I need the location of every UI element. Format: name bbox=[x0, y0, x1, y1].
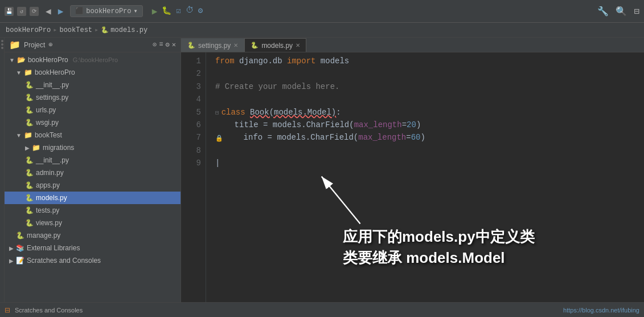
tree-item-views[interactable]: 🐍 views.py bbox=[5, 217, 181, 229]
collapse-all-icon[interactable]: ≡ bbox=[159, 40, 163, 49]
breadcrumb: bookHeroPro ▸ bookTest ▸ 🐍 models.py bbox=[0, 23, 644, 38]
scratches-bottom-label[interactable]: Scratches and Consoles bbox=[15, 307, 83, 314]
tree-item-bookheropro-folder[interactable]: ▼ 📁 bookHeroPro bbox=[5, 66, 181, 79]
sync-icon[interactable]: ⟳ bbox=[30, 7, 39, 16]
tree-label-manage: manage.py bbox=[27, 231, 60, 239]
project-selector[interactable]: ⬛ bookHeroPro ▾ bbox=[70, 5, 142, 17]
tree-item-init2[interactable]: 🐍 __init__.py bbox=[5, 154, 181, 166]
code-content[interactable]: from django.db import models # Create yo… bbox=[206, 52, 644, 302]
tree-item-urls[interactable]: 🐍 urls.py bbox=[5, 104, 181, 116]
py-file-icon: 🐍 bbox=[101, 26, 109, 34]
tree-label-urls: urls.py bbox=[36, 106, 56, 114]
tree-item-tests[interactable]: 🐍 tests.py bbox=[5, 204, 181, 217]
sidebar-gutter bbox=[0, 38, 5, 302]
tree-label-scratches: Scratches and Consoles bbox=[27, 257, 101, 265]
tree-item-settings[interactable]: 🐍 settings.py bbox=[5, 91, 181, 104]
close-sidebar-icon[interactable]: ✕ bbox=[172, 40, 176, 49]
tab-settings[interactable]: 🐍 settings.py ✕ bbox=[181, 38, 244, 52]
editor-area: 🐍 settings.py ✕ 🐍 models.py ✕ 1 2 3 4 5 … bbox=[181, 38, 644, 302]
tree-item-root[interactable]: ▼ 📂 bookHeroPro G:\bookHeroPro bbox=[5, 54, 181, 66]
sidebar-title: Project bbox=[24, 41, 45, 49]
gutter-dot bbox=[1, 47, 3, 49]
py-file-icon: 🐍 bbox=[25, 219, 34, 227]
sidebar: 📁 Project ⊕ ⊙ ≡ ⚙ ✕ ▼ 📂 bookHeroPro G:\b… bbox=[5, 38, 181, 302]
tab-settings-label: settings.py bbox=[198, 42, 231, 50]
py-file-icon: 🐍 bbox=[25, 194, 34, 202]
add-content-icon: ⊕ bbox=[48, 40, 52, 49]
annotation-line2: 类要继承 models.Model bbox=[343, 247, 535, 268]
run-controls: ▶ 🐛 ☑ ⏱ ⚙ bbox=[152, 6, 203, 17]
chevron-down-icon: ▾ bbox=[134, 7, 138, 15]
tree-label-admin: admin.py bbox=[36, 169, 64, 177]
py-file-icon: 🐍 bbox=[251, 42, 259, 49]
chevron-down-icon: ▼ bbox=[16, 132, 22, 139]
scroll-from-source-icon[interactable]: ⊙ bbox=[153, 40, 157, 49]
layout-icon[interactable]: ⊟ bbox=[634, 6, 639, 17]
line-num-4: 4 bbox=[181, 93, 201, 105]
tab-models[interactable]: 🐍 models.py ✕ bbox=[244, 38, 306, 52]
tree-label-external: External Libraries bbox=[27, 244, 80, 252]
code-line-3: # Create your models here. bbox=[215, 80, 644, 93]
tree-item-wsgi[interactable]: 🐍 wsgi.py bbox=[5, 116, 181, 129]
tree-item-scratches[interactable]: ▶ 📝 Scratches and Consoles bbox=[5, 254, 181, 267]
py-file-icon: 🐍 bbox=[25, 81, 34, 89]
annotation-text: 应用下的models.py中定义类 类要继承 models.Model bbox=[343, 226, 535, 268]
tab-close-models[interactable]: ✕ bbox=[296, 42, 300, 48]
code-line-7: 🔒 info = models.CharField(max_length=60) bbox=[215, 131, 644, 144]
run-button[interactable]: ▶ bbox=[152, 6, 158, 17]
library-icon: 📚 bbox=[16, 244, 24, 252]
tree-item-manage[interactable]: 🐍 manage.py bbox=[5, 229, 181, 242]
nav-back-button[interactable]: ◀ bbox=[43, 5, 54, 18]
code-line-2 bbox=[215, 67, 644, 80]
tree-item-init1[interactable]: 🐍 __init__.py bbox=[5, 79, 181, 91]
tree-item-booktest-folder[interactable]: ▼ 📁 bookTest bbox=[5, 129, 181, 141]
save-icon[interactable]: 💾 bbox=[5, 7, 14, 16]
tree-label-migrations: migrations bbox=[43, 144, 74, 152]
tree-label-init2: __init__.py bbox=[36, 156, 69, 164]
toolbar-right: 🔧 🔍 ⊟ bbox=[597, 6, 639, 17]
line-num-3: 3 bbox=[181, 80, 201, 93]
py-file-icon: 🐍 bbox=[25, 119, 34, 127]
tab-close-settings[interactable]: ✕ bbox=[233, 42, 238, 48]
line-num-6: 6 bbox=[181, 119, 201, 131]
folder-icon: 📁 bbox=[24, 131, 32, 139]
gear-icon[interactable]: ⚙ bbox=[166, 40, 170, 49]
tree-item-models[interactable]: 🐍 models.py bbox=[5, 192, 181, 204]
gutter-dot bbox=[1, 40, 3, 42]
breadcrumb-models[interactable]: 🐍 models.py bbox=[101, 26, 147, 34]
search-icon[interactable]: 🔍 bbox=[616, 6, 627, 17]
debug-button[interactable]: 🐛 bbox=[162, 6, 171, 17]
profile-button[interactable]: ⏱ bbox=[186, 6, 194, 17]
chevron-down-icon: ▼ bbox=[9, 57, 15, 63]
tree-label-root: bookHeroPro bbox=[28, 56, 68, 64]
settings-icon[interactable]: 🔧 bbox=[597, 6, 609, 17]
tree-label-booktest: bookTest bbox=[35, 131, 62, 139]
tree-label-settings: settings.py bbox=[36, 94, 68, 101]
folder-icon: 📂 bbox=[17, 56, 26, 64]
chevron-down-icon: ▼ bbox=[16, 70, 22, 76]
build-button[interactable]: ⚙ bbox=[198, 6, 203, 17]
scratches-bottom-icon: ⊟ bbox=[5, 306, 10, 314]
nav-forward-button[interactable]: ▶ bbox=[56, 5, 66, 18]
revert-icon[interactable]: ↺ bbox=[17, 7, 26, 16]
code-line-5: ⊟class Book(models.Model): bbox=[215, 106, 644, 119]
tree-item-apps[interactable]: 🐍 apps.py bbox=[5, 179, 181, 192]
tree-item-external-libs[interactable]: ▶ 📚 External Libraries bbox=[5, 242, 181, 254]
line-num-2: 2 bbox=[181, 67, 201, 80]
folder-icon: 📁 bbox=[32, 144, 40, 152]
line-num-9: 9 bbox=[181, 157, 201, 169]
line-num-5: 5 bbox=[181, 106, 201, 119]
line-num-7: 7 bbox=[181, 131, 201, 144]
breadcrumb-sep-1: ▸ bbox=[53, 26, 57, 34]
breadcrumb-booktest[interactable]: bookTest bbox=[59, 26, 92, 34]
code-line-1: from django.db import models bbox=[215, 55, 644, 67]
tree-item-admin[interactable]: 🐍 admin.py bbox=[5, 166, 181, 179]
folder-icon: 📁 bbox=[24, 68, 32, 76]
bottom-left: ⊟ Scratches and Consoles bbox=[5, 306, 83, 314]
coverage-button[interactable]: ☑ bbox=[176, 6, 181, 17]
tabs-bar: 🐍 settings.py ✕ 🐍 models.py ✕ bbox=[181, 38, 644, 52]
code-editor[interactable]: 1 2 3 4 5 6 7 8 9 from django.db import … bbox=[181, 52, 644, 302]
tree-item-migrations[interactable]: ▶ 📁 migrations bbox=[5, 141, 181, 154]
breadcrumb-root[interactable]: bookHeroPro bbox=[6, 26, 51, 34]
py-file-icon: 🐍 bbox=[25, 94, 34, 101]
